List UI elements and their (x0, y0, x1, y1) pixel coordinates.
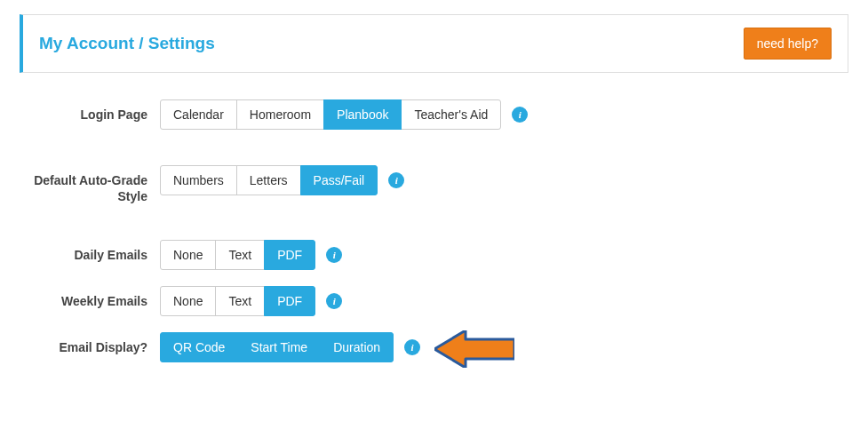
option-start-time[interactable]: Start Time (237, 332, 321, 362)
option-numbers[interactable]: Numbers (160, 165, 237, 195)
page-header: My Account / Settings need help? (20, 14, 848, 73)
page-title: My Account / Settings (39, 34, 215, 53)
group-auto-grade: Numbers Letters Pass/Fail (160, 165, 378, 195)
row-email-display: Email Display? QR Code Start Time Durati… (20, 332, 848, 371)
group-weekly-emails: None Text PDF (160, 286, 315, 316)
option-daily-text[interactable]: Text (215, 240, 265, 270)
row-login-page: Login Page Calendar Homeroom Planbook Te… (20, 99, 848, 130)
option-calendar[interactable]: Calendar (160, 99, 237, 130)
option-daily-none[interactable]: None (160, 240, 216, 270)
option-homeroom[interactable]: Homeroom (236, 99, 324, 130)
option-qr-code[interactable]: QR Code (160, 332, 238, 362)
row-weekly-emails: Weekly Emails None Text PDF i (20, 286, 848, 316)
info-icon[interactable]: i (512, 107, 528, 123)
option-letters[interactable]: Letters (236, 165, 301, 195)
option-weekly-text[interactable]: Text (215, 286, 265, 316)
row-auto-grade: Default Auto-Grade Style Numbers Letters… (20, 165, 848, 204)
label-auto-grade: Default Auto-Grade Style (20, 165, 160, 204)
info-icon[interactable]: i (388, 172, 404, 188)
option-weekly-none[interactable]: None (160, 286, 216, 316)
label-weekly-emails: Weekly Emails (20, 286, 160, 309)
label-login-page: Login Page (20, 99, 160, 123)
option-weekly-pdf[interactable]: PDF (264, 286, 315, 316)
label-email-display: Email Display? (20, 332, 160, 355)
option-pass-fail[interactable]: Pass/Fail (300, 165, 378, 195)
info-icon[interactable]: i (404, 339, 420, 355)
label-daily-emails: Daily Emails (20, 240, 160, 263)
info-icon[interactable]: i (326, 247, 342, 263)
need-help-button[interactable]: need help? (744, 28, 832, 60)
option-teachers-aid[interactable]: Teacher's Aid (401, 99, 501, 130)
group-email-display: QR Code Start Time Duration (160, 332, 394, 362)
option-daily-pdf[interactable]: PDF (264, 240, 315, 270)
row-daily-emails: Daily Emails None Text PDF i (20, 240, 848, 270)
option-duration[interactable]: Duration (320, 332, 394, 362)
arrow-icon (434, 330, 514, 371)
option-planbook[interactable]: Planbook (323, 99, 402, 130)
group-login-page: Calendar Homeroom Planbook Teacher's Aid (160, 99, 501, 130)
info-icon[interactable]: i (326, 293, 342, 309)
group-daily-emails: None Text PDF (160, 240, 315, 270)
